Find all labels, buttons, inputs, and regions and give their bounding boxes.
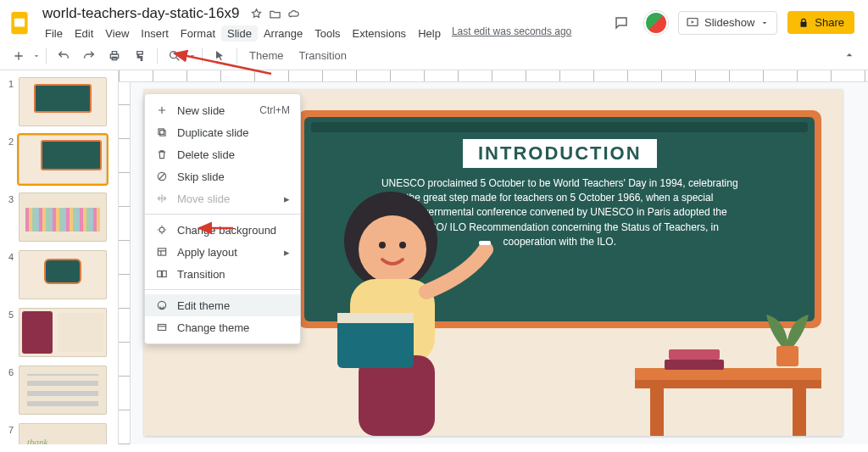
slide-heading: INTRODUCTION [463, 139, 657, 168]
select-tool[interactable] [208, 44, 231, 68]
menu-item-move-slide: Move slide▸ [145, 187, 300, 209]
svg-rect-16 [635, 368, 821, 380]
menu-file[interactable]: File [39, 25, 69, 42]
chalkboard-frame: INTRODUCTION UNESCO proclaimed 5 October… [298, 110, 821, 329]
books-illustration [665, 344, 724, 370]
svg-rect-19 [793, 388, 806, 436]
cloud-status-icon[interactable] [287, 7, 300, 20]
menu-tools[interactable]: Tools [309, 25, 346, 42]
undo-button[interactable] [52, 44, 75, 68]
thumbnail-2[interactable]: 2 [5, 135, 113, 184]
lock-icon [798, 17, 810, 29]
chg-icon [155, 321, 169, 334]
svg-rect-18 [650, 388, 664, 436]
thumbnail-4[interactable]: 4 [5, 250, 113, 299]
svg-point-24 [159, 227, 164, 232]
last-edit-link[interactable]: Last edit was seconds ago [452, 25, 571, 42]
doc-title[interactable]: world-teachers-day-static-16x9 [39, 3, 242, 24]
svg-rect-25 [158, 248, 165, 255]
menu-view[interactable]: View [99, 25, 135, 42]
thumbnail-3[interactable]: 3 [5, 193, 113, 242]
share-button[interactable]: Share [787, 11, 854, 34]
transition-button[interactable]: Transition [292, 49, 353, 62]
thumbnail-6[interactable]: 6 [5, 366, 113, 415]
menu-item-apply-layout[interactable]: Apply layout▸ [145, 241, 300, 263]
menu-item-transition[interactable]: Transition [145, 263, 300, 285]
redo-button[interactable] [77, 44, 101, 68]
menu-item-new-slide[interactable]: New slideCtrl+M [145, 99, 300, 121]
meet-avatar-icon[interactable] [644, 11, 668, 35]
slideshow-label: Slideshow [704, 16, 754, 29]
zoom-button[interactable] [163, 44, 186, 68]
menu-item-change-background[interactable]: Change background [145, 219, 300, 241]
svg-point-6 [170, 51, 177, 58]
chevron-down-icon[interactable] [32, 52, 41, 60]
menu-help[interactable]: Help [412, 25, 447, 42]
move-icon [155, 192, 169, 205]
chevron-down-icon[interactable] [188, 52, 197, 60]
menu-item-delete-slide[interactable]: Delete slide [145, 143, 300, 165]
plant-illustration [758, 293, 817, 370]
menu-item-change-theme[interactable]: Change theme [145, 316, 300, 338]
svg-rect-4 [112, 51, 116, 53]
chalkboard: INTRODUCTION UNESCO proclaimed 5 October… [304, 117, 815, 322]
thumbnail-panel[interactable]: 1234567thankyou [0, 70, 119, 444]
menu-insert[interactable]: Insert [135, 25, 175, 42]
toolbar: Theme Transition [0, 42, 868, 70]
explore-icon[interactable] [839, 45, 860, 65]
trash-icon [155, 148, 169, 161]
edit-icon [155, 299, 169, 312]
comments-icon[interactable] [609, 10, 634, 36]
svg-rect-20 [776, 346, 798, 366]
slide-body-text: UNESCO proclaimed 5 October to be World … [377, 176, 742, 250]
vertical-ruler [119, 82, 131, 444]
move-folder-icon[interactable] [268, 7, 281, 20]
menu-item-edit-theme[interactable]: Edit theme [145, 294, 300, 316]
print-button[interactable] [103, 44, 126, 68]
slide-menu-dropdown: New slideCtrl+MDuplicate slideDelete sli… [144, 93, 301, 344]
skip-icon [155, 170, 169, 183]
chevron-down-icon [760, 18, 770, 28]
star-icon[interactable] [249, 7, 263, 20]
chevron-right-icon: ▸ [284, 193, 290, 205]
dup-icon [155, 126, 169, 139]
thumbnail-1[interactable]: 1 [5, 77, 113, 126]
svg-rect-1 [14, 18, 25, 26]
layout-icon [155, 245, 169, 259]
new-slide-button[interactable] [7, 44, 31, 68]
theme-button[interactable]: Theme [242, 49, 290, 62]
chevron-right-icon: ▸ [284, 246, 290, 259]
thumbnail-5[interactable]: 5 [5, 308, 113, 357]
bg-icon [155, 223, 169, 237]
share-label: Share [815, 16, 844, 29]
menu-extensions[interactable]: Extensions [347, 25, 413, 42]
menu-edit[interactable]: Edit [69, 25, 99, 42]
menu-arrange[interactable]: Arrange [258, 25, 309, 42]
plus-icon [155, 103, 169, 117]
menu-item-skip-slide[interactable]: Skip slide [145, 165, 300, 187]
paint-format-button[interactable] [128, 44, 152, 68]
menu-slide[interactable]: Slide [221, 25, 258, 42]
trans-icon [155, 267, 169, 281]
menu-item-duplicate-slide[interactable]: Duplicate slide [145, 121, 300, 143]
svg-rect-17 [635, 380, 821, 388]
slides-app-icon[interactable] [8, 8, 31, 37]
thumbnail-7[interactable]: 7thankyou [5, 423, 113, 444]
svg-rect-21 [160, 131, 165, 136]
svg-rect-10 [359, 355, 435, 436]
svg-rect-29 [158, 325, 165, 331]
slideshow-button[interactable]: Slideshow [678, 11, 777, 35]
menu-format[interactable]: Format [175, 25, 221, 42]
horizontal-ruler [119, 70, 868, 82]
svg-rect-22 [159, 129, 164, 134]
